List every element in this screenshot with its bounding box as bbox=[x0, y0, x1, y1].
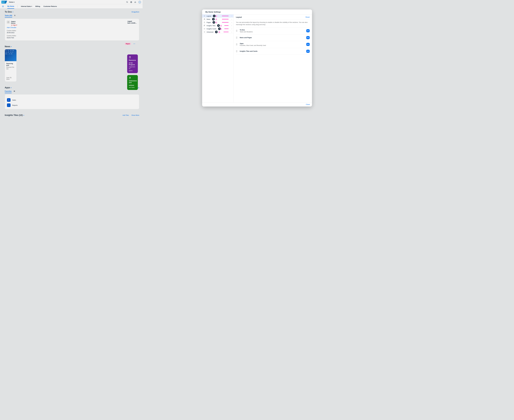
modal-overlay: My Home Settings Layout 1 › News 2 › Pag bbox=[0, 0, 143, 116]
